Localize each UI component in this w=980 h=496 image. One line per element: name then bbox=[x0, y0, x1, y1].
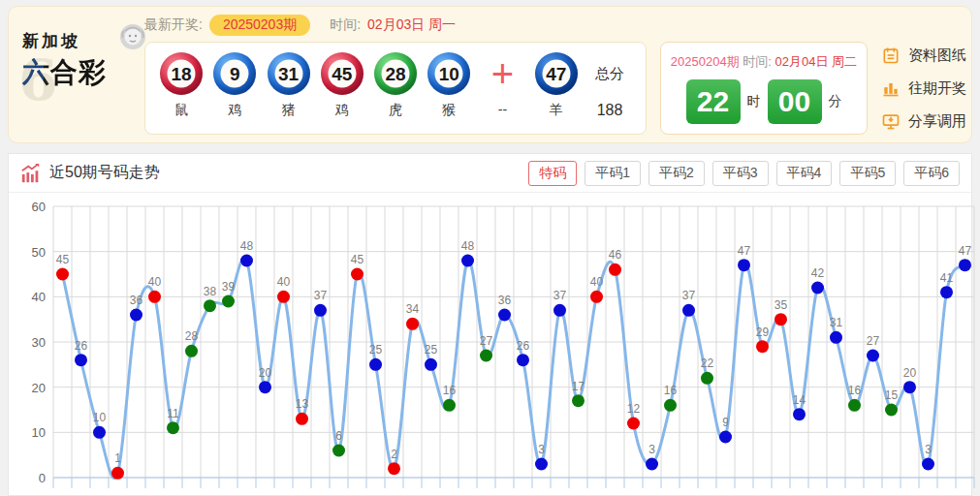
latest-draw-info: 最新开奖: 20250203期 时间: 02月03日 周一 bbox=[144, 15, 456, 36]
header-strip: 6 新加坡 六合彩 最新开奖: 20250203期 时间: 02月03日 周一 … bbox=[8, 6, 972, 143]
draw-time: 02月03日 周一 bbox=[367, 16, 456, 34]
svg-text:40: 40 bbox=[277, 275, 291, 289]
hour-unit: 时 bbox=[747, 93, 761, 110]
ball-zodiac: 虎 bbox=[371, 102, 420, 119]
svg-text:42: 42 bbox=[811, 266, 825, 280]
svg-text:48: 48 bbox=[461, 239, 475, 253]
plus-icon: + bbox=[479, 52, 527, 95]
share-icon bbox=[881, 111, 901, 131]
trend-tab-5[interactable]: 平码5 bbox=[839, 161, 896, 186]
share-embed-button[interactable]: 分享调用 bbox=[881, 111, 966, 131]
trend-title: 近50期号码走势 bbox=[49, 163, 160, 183]
svg-text:3: 3 bbox=[648, 443, 655, 456]
svg-text:29: 29 bbox=[756, 326, 770, 339]
svg-text:27: 27 bbox=[867, 334, 880, 348]
data-charts-button[interactable]: 资料图纸 bbox=[881, 46, 966, 65]
svg-text:16: 16 bbox=[443, 384, 457, 397]
side-button-label: 资料图纸 bbox=[908, 46, 966, 65]
plus-separator: + -- bbox=[479, 52, 527, 117]
svg-text:40: 40 bbox=[32, 290, 46, 304]
svg-text:34: 34 bbox=[406, 302, 420, 316]
svg-text:60: 60 bbox=[32, 200, 46, 214]
svg-text:26: 26 bbox=[75, 339, 88, 353]
next-issue: 20250204期 bbox=[671, 54, 740, 69]
svg-text:36: 36 bbox=[130, 294, 143, 307]
trend-icon bbox=[20, 163, 42, 184]
ball-zodiac: 鸡 bbox=[210, 102, 259, 119]
next-draw-countdown: 20250204期 时间: 02月04日 周二 22 时 00 分 bbox=[660, 42, 868, 135]
svg-text:50: 50 bbox=[32, 245, 46, 260]
trend-tabs: 特码平码1平码2平码3平码4平码5平码6 bbox=[528, 161, 960, 186]
notebook-icon bbox=[881, 46, 901, 65]
trend-chart: 0102030405060452610136401128383948204013… bbox=[16, 195, 980, 493]
svg-text:20: 20 bbox=[32, 381, 46, 395]
countdown-boxes: 22 时 00 分 bbox=[661, 79, 867, 124]
svg-text:15: 15 bbox=[885, 388, 899, 402]
svg-text:3: 3 bbox=[538, 443, 545, 456]
countdown-hours: 22 bbox=[686, 79, 741, 124]
time-label: 时间: bbox=[330, 16, 361, 34]
ball-zodiac: 鸡 bbox=[318, 102, 366, 119]
svg-text:10: 10 bbox=[32, 425, 46, 440]
trend-tab-3[interactable]: 平码3 bbox=[712, 161, 769, 186]
svg-text:25: 25 bbox=[425, 343, 438, 356]
svg-text:25: 25 bbox=[369, 343, 383, 356]
countdown-minutes: 00 bbox=[768, 79, 822, 124]
trend-tab-1[interactable]: 平码1 bbox=[585, 161, 641, 186]
site-logo: 6 新加坡 六合彩 bbox=[22, 30, 142, 91]
ball-number: 47 bbox=[542, 60, 570, 88]
ball-number: 31 bbox=[274, 60, 302, 88]
minute-unit: 分 bbox=[829, 93, 842, 110]
svg-text:26: 26 bbox=[517, 339, 530, 353]
total-label: 总分 bbox=[585, 52, 634, 95]
side-button-label: 分享调用 bbox=[908, 112, 966, 131]
ball-number: 28 bbox=[382, 60, 410, 88]
trend-card-header: 近50期号码走势 特码平码1平码2平码3平码4平码5平码6 bbox=[9, 154, 971, 193]
ball-zodiac: 羊 bbox=[532, 102, 581, 119]
ball-zodiac: 猴 bbox=[425, 102, 473, 119]
svg-text:6: 6 bbox=[335, 429, 342, 443]
result-ball: 9 鸡 bbox=[210, 52, 259, 119]
logo-watermark: 6 bbox=[18, 47, 57, 113]
svg-text:45: 45 bbox=[56, 253, 70, 266]
issue-badge: 20250203期 bbox=[209, 15, 310, 36]
ball-zodiac: 猪 bbox=[265, 102, 313, 119]
svg-text:39: 39 bbox=[222, 280, 236, 294]
svg-text:47: 47 bbox=[738, 244, 751, 258]
result-ball: 31 猪 bbox=[265, 52, 313, 119]
result-ball: 18 鼠 bbox=[157, 52, 205, 119]
latest-label: 最新开奖: bbox=[144, 16, 203, 34]
result-ball: 28 虎 bbox=[371, 52, 420, 119]
svg-text:40: 40 bbox=[148, 275, 162, 289]
trend-tab-4[interactable]: 平码4 bbox=[776, 161, 833, 186]
svg-text:37: 37 bbox=[553, 289, 567, 302]
trend-card: 近50期号码走势 特码平码1平码2平码3平码4平码5平码6 0102030405… bbox=[8, 153, 972, 496]
svg-text:48: 48 bbox=[240, 239, 254, 253]
svg-text:37: 37 bbox=[314, 289, 328, 302]
past-draws-button[interactable]: 往期开奖 bbox=[881, 78, 966, 98]
ball-number: 45 bbox=[328, 60, 356, 88]
svg-text:16: 16 bbox=[848, 384, 862, 397]
svg-text:20: 20 bbox=[259, 366, 272, 380]
svg-text:14: 14 bbox=[793, 393, 806, 407]
svg-text:17: 17 bbox=[572, 380, 585, 393]
trend-chart-area: 0102030405060452610136401128383948204013… bbox=[9, 193, 971, 496]
svg-text:10: 10 bbox=[93, 411, 107, 424]
ball-number: 9 bbox=[221, 60, 249, 88]
side-button-label: 往期开奖 bbox=[908, 79, 966, 98]
svg-text:20: 20 bbox=[903, 366, 917, 380]
trend-tab-2[interactable]: 平码2 bbox=[648, 161, 705, 186]
svg-text:38: 38 bbox=[204, 285, 217, 298]
trend-tab-0[interactable]: 特码 bbox=[528, 161, 577, 186]
total-score: 总分 188 bbox=[585, 52, 634, 119]
svg-text:37: 37 bbox=[682, 289, 696, 302]
svg-text:9: 9 bbox=[722, 416, 729, 429]
trend-tab-6[interactable]: 平码6 bbox=[903, 161, 960, 186]
total-value: 188 bbox=[585, 102, 634, 119]
next-time-value: 02月04日 周二 bbox=[775, 54, 858, 69]
result-ball: 45 鸡 bbox=[318, 52, 366, 119]
svg-text:35: 35 bbox=[775, 298, 788, 312]
result-ball: 10 猴 bbox=[425, 52, 473, 119]
next-draw-info: 20250204期 时间: 02月04日 周二 bbox=[661, 53, 867, 71]
side-buttons: 资料图纸 往期开奖 分享调用 bbox=[881, 46, 966, 131]
